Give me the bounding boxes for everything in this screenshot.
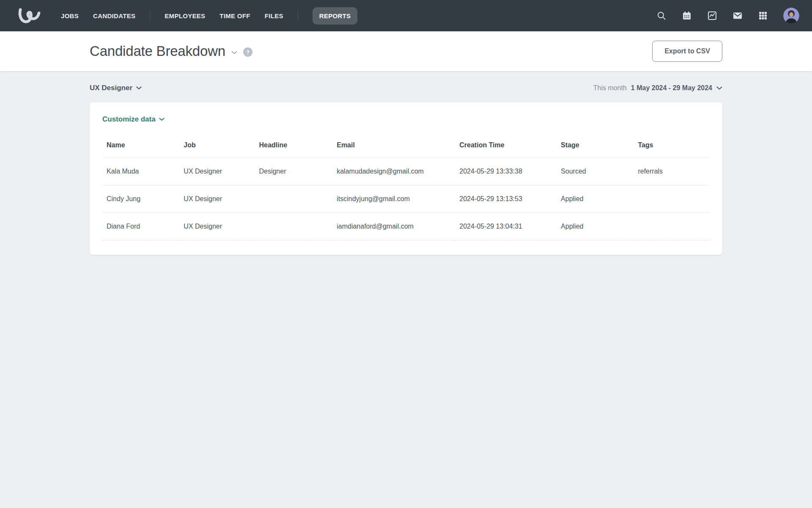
nav-divider	[150, 10, 150, 21]
top-nav: JOBS CANDIDATES EMPLOYEES TIME OFF FILES…	[0, 0, 812, 31]
nav-item-employees[interactable]: EMPLOYEES	[165, 12, 205, 19]
chevron-down-icon	[159, 118, 165, 121]
period-label: This month	[593, 84, 627, 92]
report-selector-chevron-down-icon[interactable]	[231, 48, 237, 55]
workable-logo-icon	[17, 7, 44, 25]
cell-headline	[255, 185, 332, 213]
cell-name: Cindy Jung	[102, 185, 179, 213]
cell-creation-time: 2024-05-29 13:13:53	[455, 185, 557, 213]
cell-stage: Sourced	[557, 158, 634, 185]
cell-tags	[634, 185, 710, 213]
date-range-dropdown[interactable]: This month 1 May 2024 - 29 May 2024	[593, 84, 722, 92]
calendar-icon[interactable]	[682, 11, 692, 21]
customize-data-label: Customize data	[102, 115, 156, 124]
candidates-table: Name Job Headline Email Creation Time St…	[102, 134, 710, 240]
report-card: Customize data Name Job Headline Email C…	[90, 102, 722, 255]
cell-headline	[255, 213, 332, 240]
workable-logo[interactable]	[17, 7, 44, 25]
column-header-headline: Headline	[255, 134, 332, 158]
nav-item-time-off[interactable]: TIME OFF	[219, 12, 250, 19]
page-title: Candidate Breakdown	[90, 43, 225, 59]
cell-email: iamdianaford@gmail.com	[332, 213, 455, 240]
filter-row: UX Designer This month 1 May 2024 - 29 M…	[90, 84, 722, 92]
nav-item-reports[interactable]: REPORTS	[313, 7, 358, 25]
table-row[interactable]: Kala Muda UX Designer Designer kalamudad…	[102, 158, 710, 185]
cell-tags	[634, 213, 710, 240]
nav-item-candidates[interactable]: CANDIDATES	[93, 12, 135, 19]
column-header-job: Job	[179, 134, 255, 158]
cell-stage: Applied	[557, 213, 634, 240]
table-row[interactable]: Cindy Jung UX Designer itscindyjung@gmai…	[102, 185, 710, 213]
page-header: Candidate Breakdown ? Export to CSV	[0, 31, 812, 71]
cell-headline: Designer	[255, 158, 332, 185]
cell-job: UX Designer	[179, 158, 255, 185]
table-header-row: Name Job Headline Email Creation Time St…	[102, 134, 710, 158]
chevron-down-icon	[136, 86, 142, 90]
apps-grid-icon[interactable]	[758, 11, 768, 21]
cell-tags: referrals	[634, 158, 710, 185]
date-range-value: 1 May 2024 - 29 May 2024	[631, 84, 712, 92]
job-filter-value: UX Designer	[90, 84, 132, 92]
column-header-stage: Stage	[557, 134, 634, 158]
column-header-creation-time: Creation Time	[455, 134, 557, 158]
nav-item-files[interactable]: FILES	[265, 12, 283, 19]
table-row[interactable]: Diana Ford UX Designer iamdianaford@gmai…	[102, 213, 710, 240]
cell-name: Diana Ford	[102, 213, 179, 240]
cell-email: kalamudadesign@gmail.com	[332, 158, 455, 185]
column-header-tags: Tags	[634, 134, 710, 158]
mail-icon[interactable]	[732, 11, 743, 21]
cell-name: Kala Muda	[102, 158, 179, 185]
nav-divider	[298, 10, 298, 21]
cell-stage: Applied	[557, 185, 634, 213]
help-icon[interactable]: ?	[243, 47, 252, 57]
column-header-email: Email	[332, 134, 455, 158]
reports-activity-icon[interactable]	[707, 11, 717, 21]
cell-creation-time: 2024-05-29 13:04:31	[455, 213, 557, 240]
nav-item-jobs[interactable]: JOBS	[61, 12, 79, 19]
cell-email: itscindyjung@gmail.com	[332, 185, 455, 213]
main-content: UX Designer This month 1 May 2024 - 29 M…	[90, 84, 722, 255]
avatar[interactable]	[783, 8, 799, 24]
cell-creation-time: 2024-05-29 13:33:38	[455, 158, 557, 185]
search-icon[interactable]	[656, 11, 667, 21]
cell-job: UX Designer	[179, 213, 255, 240]
export-to-csv-button[interactable]: Export to CSV	[652, 41, 722, 62]
cell-job: UX Designer	[179, 185, 255, 213]
customize-data-toggle[interactable]: Customize data	[102, 115, 165, 124]
column-header-name: Name	[102, 134, 179, 158]
job-filter-dropdown[interactable]: UX Designer	[90, 84, 142, 92]
chevron-down-icon	[716, 86, 722, 90]
